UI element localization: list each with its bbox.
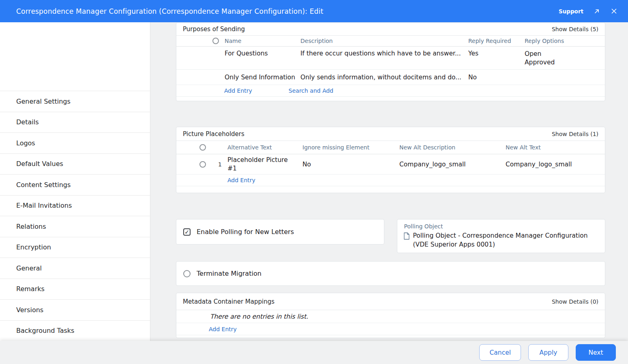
column-header-new-alt-description: New Alt Description <box>399 144 506 151</box>
metadata-empty-message: There are no entries in this list. <box>176 310 605 323</box>
column-header-description: Description <box>300 38 468 44</box>
column-header-alternative-text: Alternative Text <box>227 144 302 151</box>
column-header-ignore-missing-element: Ignore missing Element <box>302 144 399 151</box>
sidebar-spacer <box>0 22 150 91</box>
support-link[interactable]: Support <box>559 8 583 15</box>
metadata-add-entry-link[interactable]: Add Entry <box>209 326 237 332</box>
footer-bar: Cancel Apply Next <box>0 341 628 364</box>
cell-row-number: 1 <box>211 161 227 168</box>
sidebar-item-encryption[interactable]: Encryption <box>0 237 150 258</box>
column-header-reply-options: Reply Options <box>525 38 605 44</box>
cell-ignore-missing-element: No <box>302 161 399 168</box>
metadata-table-actions: Add Entry <box>176 323 605 335</box>
sidebar: General Settings Details Logos Default V… <box>0 22 150 341</box>
purposes-table-actions: Add Entry Search and Add <box>176 85 605 97</box>
open-in-new-window-icon[interactable] <box>593 8 600 15</box>
placeholders-add-entry-link[interactable]: Add Entry <box>227 177 255 183</box>
placeholders-table-actions: Add Entry <box>176 175 605 186</box>
main-content: Purposes of Sending Show Details (5) Nam… <box>150 22 628 341</box>
placeholders-title: Picture Placeholders <box>183 130 244 138</box>
terminate-migration-panel: Terminate Migration <box>176 261 605 286</box>
metadata-container-mappings-panel: Metadata Container Mappings Show Details… <box>176 293 605 338</box>
purposes-search-and-add-link[interactable]: Search and Add <box>289 87 333 94</box>
placeholders-show-details-link[interactable]: Show Details (1) <box>552 131 598 137</box>
placeholders-select-all-checkbox[interactable] <box>199 144 206 151</box>
purposes-select-all-checkbox[interactable] <box>212 38 219 44</box>
enable-polling-label: Enable Polling for New Letters <box>197 228 294 236</box>
metadata-panel-header: Metadata Container Mappings Show Details… <box>176 293 605 310</box>
polling-row: ✓ Enable Polling for New Letters Polling… <box>176 219 605 253</box>
app-header: Correspondence Manager Configuration (Co… <box>0 0 628 22</box>
placeholders-column-header-row: Alternative Text Ignore missing Element … <box>176 141 605 154</box>
cell-name: Only Send Information <box>225 74 300 81</box>
sidebar-item-email-invitations[interactable]: E-Mail Invitations <box>0 196 150 217</box>
sidebar-item-relations[interactable]: Relations <box>0 216 150 237</box>
sidebar-item-general[interactable]: General <box>0 258 150 279</box>
body: General Settings Details Logos Default V… <box>0 22 628 341</box>
enable-polling-panel: ✓ Enable Polling for New Letters <box>176 219 384 245</box>
cell-description: If there occur questions which have to b… <box>300 50 468 57</box>
row-checkbox[interactable] <box>199 161 206 168</box>
close-icon[interactable] <box>610 8 617 15</box>
cell-alternative-text: Placeholder Picture #1 <box>227 156 302 173</box>
table-row[interactable]: 1 Placeholder Picture #1 No Company_logo… <box>176 154 605 175</box>
sidebar-item-background-tasks[interactable]: Background Tasks <box>0 321 150 341</box>
polling-object-value: Polling Object - Correspondence Manager … <box>413 231 598 249</box>
sidebar-item-logos[interactable]: Logos <box>0 133 150 154</box>
cell-new-alt-description: Company_logo_small <box>399 161 506 168</box>
cell-new-alt-text: Company_logo_small <box>506 161 605 168</box>
sidebar-item-default-values[interactable]: Default Values <box>0 154 150 175</box>
next-button[interactable]: Next <box>576 344 616 361</box>
polling-object-value-row[interactable]: Polling Object - Correspondence Manager … <box>404 231 598 249</box>
cell-reply-required: No <box>468 74 525 81</box>
table-row[interactable]: Only Send Information Only sends informa… <box>176 70 605 85</box>
enable-polling-checkbox[interactable]: ✓ <box>183 228 191 236</box>
polling-object-panel: Polling Object Polling Object - Correspo… <box>397 219 605 253</box>
column-header-reply-required: Reply Required <box>468 38 525 44</box>
purposes-add-entry-link[interactable]: Add Entry <box>224 87 252 94</box>
sidebar-item-general-settings[interactable]: General Settings <box>0 91 150 112</box>
purposes-column-header-row: Name Description Reply Required Reply Op… <box>176 36 605 47</box>
sidebar-item-remarks[interactable]: Remarks <box>0 279 150 300</box>
app-window: Correspondence Manager Configuration (Co… <box>0 0 628 364</box>
column-header-new-alt-text: New Alt Text <box>506 144 605 151</box>
purposes-title: Purposes of Sending <box>183 26 245 33</box>
placeholders-panel-header: Picture Placeholders Show Details (1) <box>176 127 605 141</box>
picture-placeholders-panel: Picture Placeholders Show Details (1) Al… <box>176 127 605 193</box>
sidebar-item-details[interactable]: Details <box>0 112 150 133</box>
header-actions: Support <box>559 8 617 15</box>
document-icon <box>404 232 409 241</box>
purposes-of-sending-panel: Purposes of Sending Show Details (5) Nam… <box>176 22 605 101</box>
sidebar-item-content-settings[interactable]: Content Settings <box>0 175 150 196</box>
cell-reply-required: Yes <box>468 50 525 57</box>
column-header-name: Name <box>225 38 300 44</box>
polling-object-label: Polling Object <box>404 223 598 230</box>
table-row[interactable]: For Questions If there occur questions w… <box>176 47 605 70</box>
terminate-migration-label: Terminate Migration <box>197 270 261 277</box>
metadata-title: Metadata Container Mappings <box>183 298 274 305</box>
cell-name: For Questions <box>225 50 300 57</box>
cell-description: Only sends information, without docitems… <box>300 74 468 81</box>
apply-button[interactable]: Apply <box>528 344 568 361</box>
purposes-panel-header: Purposes of Sending Show Details (5) <box>176 23 605 36</box>
terminate-migration-checkbox[interactable] <box>183 270 191 277</box>
page-title: Correspondence Manager Configuration (Co… <box>16 7 324 15</box>
cancel-button[interactable]: Cancel <box>479 344 521 361</box>
metadata-show-details-link[interactable]: Show Details (0) <box>552 298 598 305</box>
purposes-show-details-link[interactable]: Show Details (5) <box>552 26 598 32</box>
cell-reply-options: Open Approved <box>525 50 605 67</box>
sidebar-item-versions[interactable]: Versions <box>0 300 150 321</box>
